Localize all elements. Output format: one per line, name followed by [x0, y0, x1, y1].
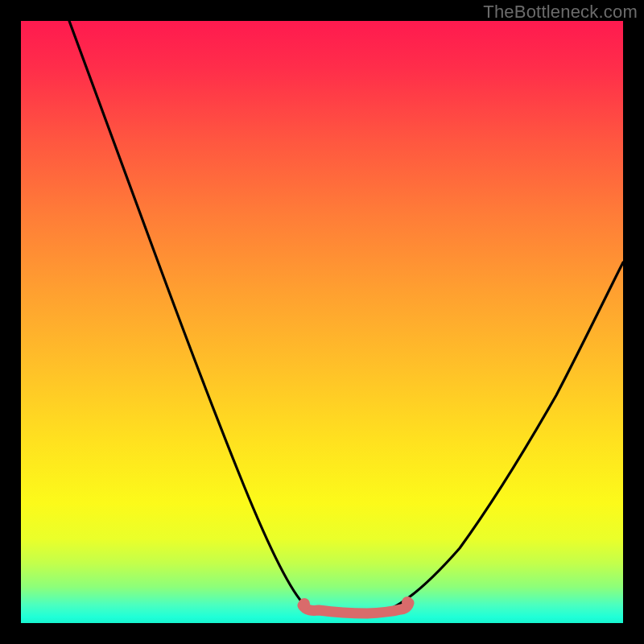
chart-frame: TheBottleneck.com: [0, 0, 644, 644]
curve-right: [391, 262, 623, 609]
flat-right-cap: [402, 597, 413, 608]
curve-layer: [21, 21, 623, 623]
flat-left-cap: [299, 598, 310, 609]
watermark-text: TheBottleneck.com: [483, 2, 638, 23]
flat-bottom-segment: [303, 603, 409, 613]
curve-left: [69, 21, 311, 609]
plot-area: [21, 21, 623, 623]
